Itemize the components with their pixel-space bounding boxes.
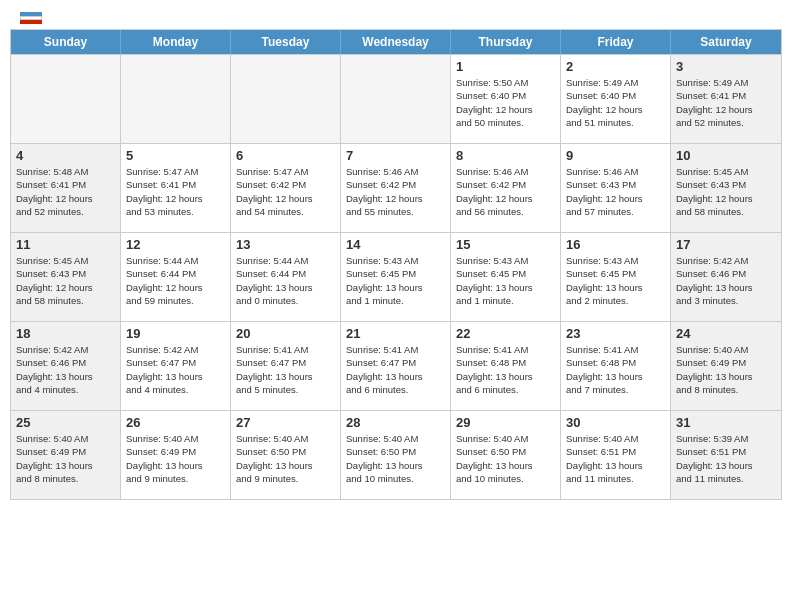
day-info: Sunrise: 5:46 AM Sunset: 6:43 PM Dayligh… bbox=[566, 165, 665, 218]
day-info: Sunrise: 5:43 AM Sunset: 6:45 PM Dayligh… bbox=[346, 254, 445, 307]
logo bbox=[20, 10, 46, 24]
logo-flag bbox=[20, 12, 42, 24]
day-info: Sunrise: 5:43 AM Sunset: 6:45 PM Dayligh… bbox=[456, 254, 555, 307]
calendar-row: 25Sunrise: 5:40 AM Sunset: 6:49 PM Dayli… bbox=[11, 410, 781, 499]
day-number: 21 bbox=[346, 326, 445, 341]
calendar-cell: 19Sunrise: 5:42 AM Sunset: 6:47 PM Dayli… bbox=[121, 322, 231, 410]
calendar-cell: 12Sunrise: 5:44 AM Sunset: 6:44 PM Dayli… bbox=[121, 233, 231, 321]
calendar-cell: 1Sunrise: 5:50 AM Sunset: 6:40 PM Daylig… bbox=[451, 55, 561, 143]
day-number: 24 bbox=[676, 326, 776, 341]
calendar-cell: 2Sunrise: 5:49 AM Sunset: 6:40 PM Daylig… bbox=[561, 55, 671, 143]
calendar-cell: 7Sunrise: 5:46 AM Sunset: 6:42 PM Daylig… bbox=[341, 144, 451, 232]
day-info: Sunrise: 5:47 AM Sunset: 6:42 PM Dayligh… bbox=[236, 165, 335, 218]
day-info: Sunrise: 5:50 AM Sunset: 6:40 PM Dayligh… bbox=[456, 76, 555, 129]
calendar: SundayMondayTuesdayWednesdayThursdayFrid… bbox=[10, 29, 782, 500]
day-number: 11 bbox=[16, 237, 115, 252]
day-number: 13 bbox=[236, 237, 335, 252]
calendar-header-cell: Friday bbox=[561, 30, 671, 54]
day-info: Sunrise: 5:42 AM Sunset: 6:46 PM Dayligh… bbox=[676, 254, 776, 307]
calendar-header-cell: Saturday bbox=[671, 30, 781, 54]
calendar-cell: 25Sunrise: 5:40 AM Sunset: 6:49 PM Dayli… bbox=[11, 411, 121, 499]
calendar-cell: 26Sunrise: 5:40 AM Sunset: 6:49 PM Dayli… bbox=[121, 411, 231, 499]
calendar-cell: 24Sunrise: 5:40 AM Sunset: 6:49 PM Dayli… bbox=[671, 322, 781, 410]
day-info: Sunrise: 5:48 AM Sunset: 6:41 PM Dayligh… bbox=[16, 165, 115, 218]
day-info: Sunrise: 5:42 AM Sunset: 6:47 PM Dayligh… bbox=[126, 343, 225, 396]
calendar-row: 4Sunrise: 5:48 AM Sunset: 6:41 PM Daylig… bbox=[11, 143, 781, 232]
day-info: Sunrise: 5:40 AM Sunset: 6:49 PM Dayligh… bbox=[16, 432, 115, 485]
day-number: 31 bbox=[676, 415, 776, 430]
day-number: 22 bbox=[456, 326, 555, 341]
day-number: 29 bbox=[456, 415, 555, 430]
calendar-cell: 27Sunrise: 5:40 AM Sunset: 6:50 PM Dayli… bbox=[231, 411, 341, 499]
calendar-cell: 14Sunrise: 5:43 AM Sunset: 6:45 PM Dayli… bbox=[341, 233, 451, 321]
day-info: Sunrise: 5:40 AM Sunset: 6:51 PM Dayligh… bbox=[566, 432, 665, 485]
calendar-cell: 10Sunrise: 5:45 AM Sunset: 6:43 PM Dayli… bbox=[671, 144, 781, 232]
calendar-cell: 23Sunrise: 5:41 AM Sunset: 6:48 PM Dayli… bbox=[561, 322, 671, 410]
day-info: Sunrise: 5:44 AM Sunset: 6:44 PM Dayligh… bbox=[126, 254, 225, 307]
day-number: 6 bbox=[236, 148, 335, 163]
calendar-cell: 21Sunrise: 5:41 AM Sunset: 6:47 PM Dayli… bbox=[341, 322, 451, 410]
day-number: 23 bbox=[566, 326, 665, 341]
day-info: Sunrise: 5:44 AM Sunset: 6:44 PM Dayligh… bbox=[236, 254, 335, 307]
day-number: 16 bbox=[566, 237, 665, 252]
calendar-row: 18Sunrise: 5:42 AM Sunset: 6:46 PM Dayli… bbox=[11, 321, 781, 410]
page-header bbox=[0, 0, 792, 29]
day-number: 19 bbox=[126, 326, 225, 341]
calendar-row: 11Sunrise: 5:45 AM Sunset: 6:43 PM Dayli… bbox=[11, 232, 781, 321]
calendar-header-cell: Thursday bbox=[451, 30, 561, 54]
calendar-cell: 17Sunrise: 5:42 AM Sunset: 6:46 PM Dayli… bbox=[671, 233, 781, 321]
day-info: Sunrise: 5:45 AM Sunset: 6:43 PM Dayligh… bbox=[16, 254, 115, 307]
calendar-header-cell: Tuesday bbox=[231, 30, 341, 54]
day-number: 25 bbox=[16, 415, 115, 430]
day-info: Sunrise: 5:41 AM Sunset: 6:47 PM Dayligh… bbox=[346, 343, 445, 396]
day-info: Sunrise: 5:46 AM Sunset: 6:42 PM Dayligh… bbox=[456, 165, 555, 218]
calendar-cell bbox=[121, 55, 231, 143]
day-info: Sunrise: 5:40 AM Sunset: 6:49 PM Dayligh… bbox=[126, 432, 225, 485]
day-info: Sunrise: 5:45 AM Sunset: 6:43 PM Dayligh… bbox=[676, 165, 776, 218]
day-number: 4 bbox=[16, 148, 115, 163]
day-info: Sunrise: 5:40 AM Sunset: 6:50 PM Dayligh… bbox=[456, 432, 555, 485]
day-info: Sunrise: 5:46 AM Sunset: 6:42 PM Dayligh… bbox=[346, 165, 445, 218]
day-info: Sunrise: 5:40 AM Sunset: 6:50 PM Dayligh… bbox=[236, 432, 335, 485]
calendar-cell bbox=[11, 55, 121, 143]
calendar-header-cell: Wednesday bbox=[341, 30, 451, 54]
day-number: 12 bbox=[126, 237, 225, 252]
day-number: 5 bbox=[126, 148, 225, 163]
day-info: Sunrise: 5:40 AM Sunset: 6:49 PM Dayligh… bbox=[676, 343, 776, 396]
day-number: 30 bbox=[566, 415, 665, 430]
calendar-header: SundayMondayTuesdayWednesdayThursdayFrid… bbox=[11, 30, 781, 54]
day-number: 27 bbox=[236, 415, 335, 430]
calendar-header-cell: Monday bbox=[121, 30, 231, 54]
day-number: 18 bbox=[16, 326, 115, 341]
calendar-cell: 18Sunrise: 5:42 AM Sunset: 6:46 PM Dayli… bbox=[11, 322, 121, 410]
day-info: Sunrise: 5:49 AM Sunset: 6:41 PM Dayligh… bbox=[676, 76, 776, 129]
day-number: 10 bbox=[676, 148, 776, 163]
calendar-cell: 6Sunrise: 5:47 AM Sunset: 6:42 PM Daylig… bbox=[231, 144, 341, 232]
day-info: Sunrise: 5:41 AM Sunset: 6:48 PM Dayligh… bbox=[566, 343, 665, 396]
calendar-cell: 31Sunrise: 5:39 AM Sunset: 6:51 PM Dayli… bbox=[671, 411, 781, 499]
calendar-header-cell: Sunday bbox=[11, 30, 121, 54]
calendar-cell: 4Sunrise: 5:48 AM Sunset: 6:41 PM Daylig… bbox=[11, 144, 121, 232]
calendar-cell: 13Sunrise: 5:44 AM Sunset: 6:44 PM Dayli… bbox=[231, 233, 341, 321]
calendar-cell: 11Sunrise: 5:45 AM Sunset: 6:43 PM Dayli… bbox=[11, 233, 121, 321]
day-number: 2 bbox=[566, 59, 665, 74]
day-number: 14 bbox=[346, 237, 445, 252]
day-number: 3 bbox=[676, 59, 776, 74]
calendar-cell bbox=[341, 55, 451, 143]
day-info: Sunrise: 5:47 AM Sunset: 6:41 PM Dayligh… bbox=[126, 165, 225, 218]
day-number: 15 bbox=[456, 237, 555, 252]
day-number: 20 bbox=[236, 326, 335, 341]
day-info: Sunrise: 5:43 AM Sunset: 6:45 PM Dayligh… bbox=[566, 254, 665, 307]
day-info: Sunrise: 5:42 AM Sunset: 6:46 PM Dayligh… bbox=[16, 343, 115, 396]
calendar-cell: 8Sunrise: 5:46 AM Sunset: 6:42 PM Daylig… bbox=[451, 144, 561, 232]
day-info: Sunrise: 5:41 AM Sunset: 6:48 PM Dayligh… bbox=[456, 343, 555, 396]
day-number: 7 bbox=[346, 148, 445, 163]
day-number: 9 bbox=[566, 148, 665, 163]
calendar-cell: 9Sunrise: 5:46 AM Sunset: 6:43 PM Daylig… bbox=[561, 144, 671, 232]
day-info: Sunrise: 5:39 AM Sunset: 6:51 PM Dayligh… bbox=[676, 432, 776, 485]
day-number: 26 bbox=[126, 415, 225, 430]
day-info: Sunrise: 5:49 AM Sunset: 6:40 PM Dayligh… bbox=[566, 76, 665, 129]
day-number: 17 bbox=[676, 237, 776, 252]
calendar-cell: 30Sunrise: 5:40 AM Sunset: 6:51 PM Dayli… bbox=[561, 411, 671, 499]
day-number: 28 bbox=[346, 415, 445, 430]
